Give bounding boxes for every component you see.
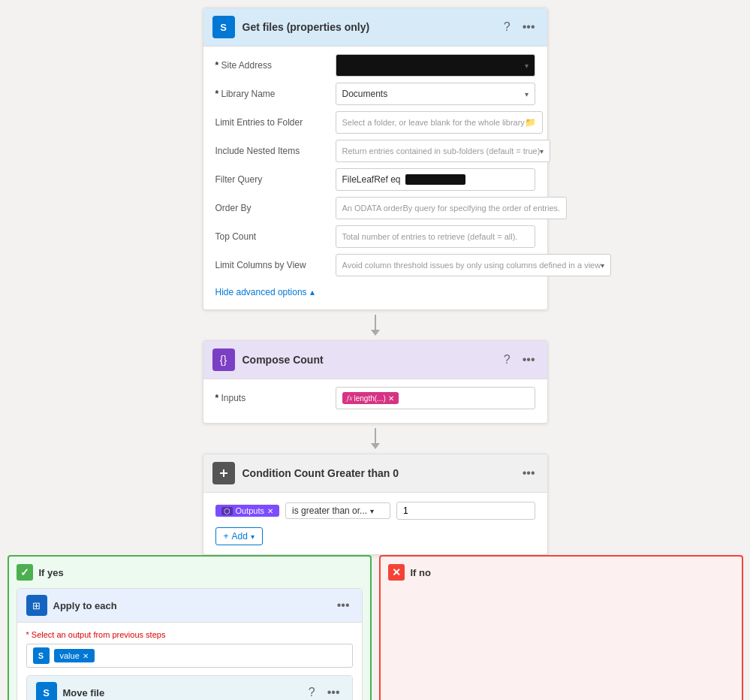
limit-folder-input[interactable]: Select a folder, or leave blank for the … bbox=[336, 111, 543, 134]
add-condition-button[interactable]: + Add ▾ bbox=[215, 527, 263, 545]
condition-actions: ••• bbox=[520, 465, 538, 481]
if-yes-text: If yes bbox=[39, 567, 64, 578]
compose-count-help-button[interactable]: ? bbox=[501, 352, 514, 368]
operator-chevron: ▾ bbox=[370, 507, 374, 515]
compose-inputs-field[interactable]: 𝑓𝑥 length(...) ✕ bbox=[336, 387, 535, 409]
condition-value-input[interactable] bbox=[396, 502, 535, 520]
if-no-text: If no bbox=[411, 567, 431, 578]
move-more-button[interactable]: ••• bbox=[324, 684, 343, 700]
hide-advanced-btn[interactable]: Hide advanced options ▴ bbox=[215, 282, 535, 302]
limit-columns-arrow: ▾ bbox=[601, 261, 604, 270]
add-action-area: Add an action bbox=[388, 588, 734, 700]
move-help-button[interactable]: ? bbox=[306, 684, 318, 700]
library-name-value: Documents bbox=[342, 89, 388, 99]
filter-query-text: FileLeafRef eq bbox=[342, 174, 401, 185]
apply-to-each-card: ⊞ Apply to each ••• * Select an output f… bbox=[17, 588, 363, 700]
include-nested-label: Include Nested Items bbox=[215, 146, 336, 156]
outputs-close[interactable]: ✕ bbox=[267, 507, 273, 515]
outputs-label: Outputs bbox=[236, 506, 265, 515]
apply-body: * Select an output from previous steps S… bbox=[17, 623, 362, 700]
value-tag-icon: S bbox=[33, 647, 50, 664]
add-chevron: ▾ bbox=[251, 533, 255, 541]
site-address-input[interactable]: ▾ bbox=[336, 54, 535, 77]
if-yes-label-row: ✓ If yes bbox=[17, 564, 363, 581]
order-by-label: Order By bbox=[215, 203, 336, 213]
site-address-label: Site Address bbox=[215, 60, 336, 71]
arrow-down-1 bbox=[371, 330, 380, 336]
order-by-input[interactable]: An ODATA orderBy query for specifying th… bbox=[336, 197, 568, 219]
condition-operator[interactable]: is greater than or... ▾ bbox=[285, 502, 390, 519]
get-files-actions: ? ••• bbox=[501, 19, 538, 35]
get-files-help-button[interactable]: ? bbox=[501, 19, 514, 35]
get-files-more-button[interactable]: ••• bbox=[520, 19, 538, 35]
site-address-row: Site Address ▾ bbox=[215, 54, 535, 77]
if-yes-icon: ✓ bbox=[17, 564, 33, 581]
add-icon: + bbox=[224, 531, 229, 542]
condition-row-1: ⬡ Outputs ✕ is greater than or... ▾ bbox=[215, 502, 535, 520]
fx-icon: 𝑓𝑥 bbox=[347, 394, 352, 403]
hide-advanced-text: Hide advanced options bbox=[215, 287, 307, 297]
condition-card: Condition Count Greater than 0 ••• ⬡ Out… bbox=[203, 454, 548, 555]
limit-columns-input[interactable]: Avoid column threshold issues by only us… bbox=[336, 254, 612, 276]
compose-inputs-label: Inputs bbox=[215, 393, 336, 403]
library-name-input[interactable]: Documents ▾ bbox=[336, 83, 535, 105]
get-files-card: S Get files (properties only) ? ••• Site… bbox=[203, 8, 548, 310]
if-no-icon: ✕ bbox=[388, 564, 405, 581]
operator-text: is greater than or... bbox=[292, 505, 367, 516]
limit-columns-placeholder: Avoid column threshold issues by only us… bbox=[342, 261, 601, 270]
apply-actions: ••• bbox=[334, 597, 353, 614]
limit-folder-label: Limit Entries to Folder bbox=[215, 117, 336, 128]
value-tag-close[interactable]: ✕ bbox=[83, 652, 89, 660]
split-row: ✓ If yes ⊞ Apply to each ••• * Se bbox=[8, 555, 743, 700]
length-tag-close[interactable]: ✕ bbox=[388, 394, 394, 403]
include-nested-input[interactable]: Return entries contained in sub-folders … bbox=[336, 140, 551, 162]
apply-icon: ⊞ bbox=[26, 595, 47, 616]
limit-folder-placeholder: Select a folder, or leave blank for the … bbox=[342, 118, 525, 127]
move-title: Move file bbox=[63, 687, 306, 698]
condition-more-button[interactable]: ••• bbox=[520, 465, 538, 481]
move-file-card: S Move file ? ••• * Current Site Addr bbox=[26, 675, 353, 700]
select-output-label: * Select an output from previous steps bbox=[26, 630, 353, 639]
limit-columns-row: Limit Columns by View Avoid column thres… bbox=[215, 254, 535, 276]
top-count-label: Top Count bbox=[215, 231, 336, 242]
if-no-label-row: ✕ If no bbox=[388, 564, 734, 581]
length-tag: 𝑓𝑥 length(...) ✕ bbox=[342, 392, 399, 404]
condition-body: ⬡ Outputs ✕ is greater than or... ▾ + Ad… bbox=[203, 493, 547, 554]
compose-count-card: {} Compose Count ? ••• Inputs 𝑓𝑥 length(… bbox=[203, 340, 548, 424]
outputs-tag: ⬡ Outputs ✕ bbox=[215, 505, 280, 517]
move-icon: S bbox=[36, 682, 57, 700]
compose-count-title: Compose Count bbox=[242, 354, 501, 366]
filter-query-input[interactable]: FileLeafRef eq bbox=[336, 168, 535, 191]
condition-header: Condition Count Greater than 0 ••• bbox=[203, 454, 547, 493]
top-count-input[interactable]: Total number of entries to retrieve (def… bbox=[336, 225, 535, 248]
compose-inputs-row: Inputs 𝑓𝑥 length(...) ✕ bbox=[215, 387, 535, 409]
output-select-box[interactable]: S value ✕ bbox=[26, 644, 353, 668]
get-files-title: Get files (properties only) bbox=[242, 21, 501, 33]
compose-count-actions: ? ••• bbox=[501, 352, 538, 368]
order-by-placeholder: An ODATA orderBy query for specifying th… bbox=[342, 204, 561, 213]
arrow-down-2 bbox=[371, 443, 380, 449]
value-tag-text: value bbox=[60, 651, 80, 660]
apply-more-button[interactable]: ••• bbox=[334, 597, 353, 614]
compose-count-body: Inputs 𝑓𝑥 length(...) ✕ bbox=[203, 379, 547, 423]
condition-title: Condition Count Greater than 0 bbox=[242, 467, 520, 479]
connector-2 bbox=[371, 424, 380, 454]
compose-count-more-button[interactable]: ••• bbox=[520, 352, 538, 368]
top-count-placeholder: Total number of entries to retrieve (def… bbox=[342, 232, 518, 241]
connector-line-1 bbox=[375, 315, 376, 330]
get-files-header: S Get files (properties only) ? ••• bbox=[203, 8, 547, 47]
site-address-arrow: ▾ bbox=[525, 62, 529, 70]
if-no-panel: ✕ If no Add an action bbox=[379, 555, 743, 700]
limit-folder-row: Limit Entries to Folder Select a folder,… bbox=[215, 111, 535, 134]
outputs-icon: ⬡ bbox=[221, 507, 233, 515]
include-nested-value: Return entries contained in sub-folders … bbox=[342, 146, 541, 155]
apply-to-each-header: ⊞ Apply to each ••• bbox=[17, 589, 362, 623]
if-yes-panel: ✓ If yes ⊞ Apply to each ••• * Se bbox=[8, 555, 372, 700]
order-by-row: Order By An ODATA orderBy query for spec… bbox=[215, 197, 535, 219]
folder-browse-icon: 📁 bbox=[525, 117, 536, 128]
filter-query-row: Filter Query FileLeafRef eq bbox=[215, 168, 535, 191]
include-nested-arrow: ▾ bbox=[540, 147, 544, 155]
library-name-label: Library Name bbox=[215, 89, 336, 99]
condition-icon bbox=[212, 462, 235, 484]
apply-title: Apply to each bbox=[53, 600, 334, 611]
